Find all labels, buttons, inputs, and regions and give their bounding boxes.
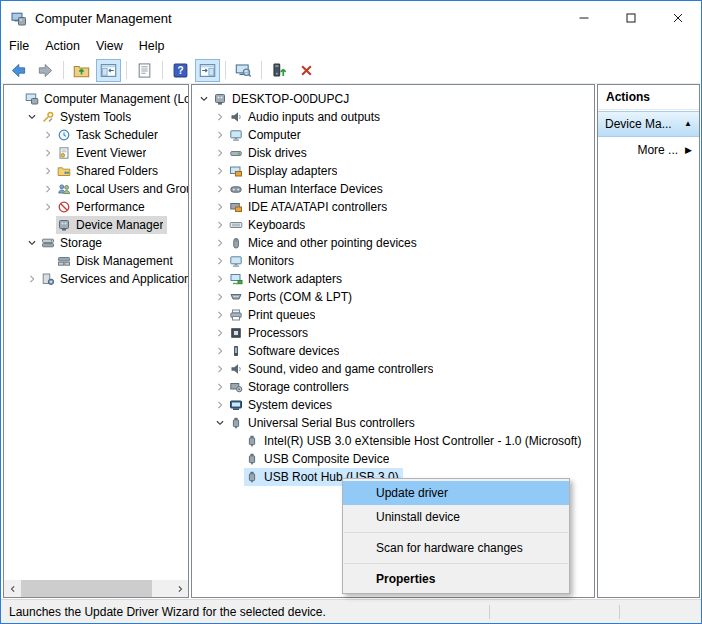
tree-item-monitors[interactable]: Monitors bbox=[192, 252, 594, 270]
toolbar-button-up-folder[interactable] bbox=[69, 59, 94, 82]
expander-collapsed-icon[interactable] bbox=[212, 361, 228, 377]
collapsed bbox=[25, 272, 39, 286]
tree-item-intel-r-usb-3-0-extensible-host-controller-1-0-microsoft[interactable]: Intel(R) USB 3.0 eXtensible Host Control… bbox=[192, 432, 594, 450]
expander-collapsed-icon[interactable] bbox=[40, 127, 56, 143]
tree-item-human-interface-devices[interactable]: Human Interface Devices bbox=[192, 180, 594, 198]
expander-collapsed-icon[interactable] bbox=[212, 235, 228, 251]
tree-item-content: System devices bbox=[228, 396, 336, 414]
toolbar-button-properties-doc[interactable] bbox=[132, 59, 157, 82]
tree-item-device-manager[interactable]: Device Manager bbox=[4, 216, 188, 234]
tree-item-display-adapters[interactable]: Display adapters bbox=[192, 162, 594, 180]
tree-item-content: Services and Applications bbox=[40, 270, 188, 288]
tree-item-performance[interactable]: Performance bbox=[4, 198, 188, 216]
statusbar-divider bbox=[489, 605, 490, 619]
tree-item-system-tools[interactable]: System Tools bbox=[4, 108, 188, 126]
minimize-button[interactable] bbox=[560, 1, 607, 35]
expander-collapsed-icon[interactable] bbox=[24, 271, 40, 287]
actions-more-label: More ... bbox=[637, 143, 678, 157]
device-tree: DESKTOP-O0DUPCJAudio inputs and outputsC… bbox=[192, 85, 594, 486]
toolbar-button-remote-screen[interactable] bbox=[231, 59, 256, 82]
maximize-button[interactable] bbox=[607, 1, 654, 35]
tree-item-processors[interactable]: Processors bbox=[192, 324, 594, 342]
expander-expanded-icon[interactable] bbox=[196, 91, 212, 107]
expander-collapsed-icon[interactable] bbox=[40, 145, 56, 161]
expander-collapsed-icon[interactable] bbox=[212, 271, 228, 287]
expander-expanded-icon[interactable] bbox=[212, 415, 228, 431]
expander-collapsed-icon[interactable] bbox=[212, 307, 228, 323]
expander-collapsed-icon[interactable] bbox=[212, 127, 228, 143]
toolbar-button-update-driver[interactable] bbox=[267, 59, 292, 82]
expanded bbox=[197, 92, 211, 106]
tree-item-print-queues[interactable]: Print queues bbox=[192, 306, 594, 324]
horizontal-scrollbar[interactable] bbox=[4, 580, 188, 597]
tree-item-label: Services and Applications bbox=[60, 272, 188, 286]
menu-help[interactable]: Help bbox=[131, 35, 173, 57]
expander-collapsed-icon[interactable] bbox=[40, 199, 56, 215]
tree-item-shared-folders[interactable]: Shared Folders bbox=[4, 162, 188, 180]
expander-collapsed-icon[interactable] bbox=[212, 109, 228, 125]
tree-item-universal-serial-bus-controllers[interactable]: Universal Serial Bus controllers bbox=[192, 414, 594, 432]
tree-item-disk-management[interactable]: Disk Management bbox=[4, 252, 188, 270]
toolbar-button-show-action-pane[interactable] bbox=[195, 59, 220, 82]
tree-item-content: IDE ATA/ATAPI controllers bbox=[228, 198, 391, 216]
scroll-left-arrow-icon[interactable] bbox=[4, 580, 21, 597]
tree-item-computer[interactable]: Computer bbox=[192, 126, 594, 144]
toolbar-button-help[interactable]: ? bbox=[168, 59, 193, 82]
actions-more-item[interactable]: More ... ▶ bbox=[598, 137, 699, 163]
tree-item-usb-composite-device[interactable]: USB Composite Device bbox=[192, 450, 594, 468]
menu-item-properties[interactable]: Properties bbox=[343, 567, 569, 591]
menu-item-update-driver[interactable]: Update driver bbox=[343, 481, 569, 505]
menu-file[interactable]: File bbox=[1, 35, 37, 57]
expander-collapsed-icon[interactable] bbox=[212, 181, 228, 197]
tree-item-desktop-o0dupcj[interactable]: DESKTOP-O0DUPCJ bbox=[192, 90, 594, 108]
menu-item-uninstall-device[interactable]: Uninstall device bbox=[343, 505, 569, 529]
tree-item-sound-video-and-game-controllers[interactable]: Sound, video and game controllers bbox=[192, 360, 594, 378]
expander-collapsed-icon[interactable] bbox=[212, 145, 228, 161]
collapsed bbox=[41, 182, 55, 196]
expander-collapsed-icon[interactable] bbox=[40, 181, 56, 197]
tree-item-storage-controllers[interactable]: Storage controllers bbox=[192, 378, 594, 396]
scrollbar-thumb[interactable] bbox=[21, 580, 152, 597]
expander-collapsed-icon[interactable] bbox=[212, 199, 228, 215]
toolbar-button-show-console-tree[interactable] bbox=[96, 59, 121, 82]
tree-item-keyboards[interactable]: Keyboards bbox=[192, 216, 594, 234]
expander-collapsed-icon[interactable] bbox=[212, 343, 228, 359]
toolbar-button-uninstall-device[interactable] bbox=[294, 59, 319, 82]
menu-item-scan-for-hardware-changes[interactable]: Scan for hardware changes bbox=[343, 536, 569, 560]
expander-collapsed-icon[interactable] bbox=[212, 379, 228, 395]
tree-item-mice-and-other-pointing-devices[interactable]: Mice and other pointing devices bbox=[192, 234, 594, 252]
expander-collapsed-icon[interactable] bbox=[212, 163, 228, 179]
menu-action[interactable]: Action bbox=[37, 35, 88, 57]
tree-item-label: Local Users and Group bbox=[76, 182, 188, 196]
expander-collapsed-icon[interactable] bbox=[212, 397, 228, 413]
expander-collapsed-icon[interactable] bbox=[212, 289, 228, 305]
expander-expanded-icon[interactable] bbox=[24, 235, 40, 251]
expander-collapsed-icon[interactable] bbox=[212, 253, 228, 269]
actions-group-device-manager[interactable]: Device Ma... ▲ bbox=[598, 111, 699, 137]
collapse-up-icon[interactable]: ▲ bbox=[684, 120, 692, 128]
expander-collapsed-icon[interactable] bbox=[212, 325, 228, 341]
expander-expanded-icon[interactable] bbox=[24, 109, 40, 125]
close-button[interactable] bbox=[654, 1, 701, 35]
collapsed bbox=[213, 362, 227, 376]
menu-view[interactable]: View bbox=[88, 35, 131, 57]
tree-item-ide-ata-atapi-controllers[interactable]: IDE ATA/ATAPI controllers bbox=[192, 198, 594, 216]
toolbar-button-forward[interactable] bbox=[33, 59, 58, 82]
tree-item-audio-inputs-and-outputs[interactable]: Audio inputs and outputs bbox=[192, 108, 594, 126]
tree-item-ports-com-lpt[interactable]: Ports (COM & LPT) bbox=[192, 288, 594, 306]
tree-item-disk-drives[interactable]: Disk drives bbox=[192, 144, 594, 162]
tree-item-system-devices[interactable]: System devices bbox=[192, 396, 594, 414]
expander-collapsed-icon[interactable] bbox=[212, 217, 228, 233]
tree-item-task-scheduler[interactable]: Task Scheduler bbox=[4, 126, 188, 144]
scroll-right-arrow-icon[interactable] bbox=[171, 580, 188, 597]
tree-item-label: DESKTOP-O0DUPCJ bbox=[232, 92, 349, 106]
tree-item-software-devices[interactable]: Software devices bbox=[192, 342, 594, 360]
tree-item-event-viewer[interactable]: Event Viewer bbox=[4, 144, 188, 162]
toolbar-button-back[interactable] bbox=[6, 59, 31, 82]
tree-item-computer-management-loc[interactable]: Computer Management (Loc bbox=[4, 90, 188, 108]
tree-item-storage[interactable]: Storage bbox=[4, 234, 188, 252]
tree-item-local-users-and-group[interactable]: Local Users and Group bbox=[4, 180, 188, 198]
tree-item-network-adapters[interactable]: Network adapters bbox=[192, 270, 594, 288]
tree-item-services-and-applications[interactable]: Services and Applications bbox=[4, 270, 188, 288]
expander-collapsed-icon[interactable] bbox=[40, 163, 56, 179]
